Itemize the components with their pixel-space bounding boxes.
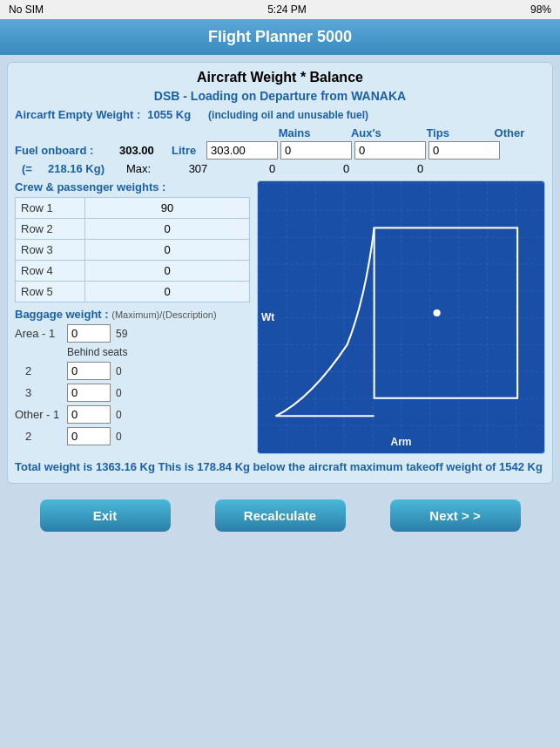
time-label: 5:24 PM <box>267 3 307 16</box>
baggage-other-max-1: 0 <box>116 409 122 421</box>
chart-wt-label: Wt <box>261 311 274 323</box>
table-row: Row 3 <box>16 240 250 261</box>
table-row: Row 4 <box>16 261 250 282</box>
fuel-header-mains: Mains <box>259 126 330 139</box>
baggage-other-row-1: Other - 1 0 <box>15 405 250 424</box>
baggage-other-label-2: 2 <box>15 430 67 443</box>
baggage-input-2[interactable] <box>67 362 111 380</box>
table-row: Row 5 <box>16 282 250 302</box>
row-value-4[interactable] <box>85 261 250 282</box>
fuel-value: 303.00 <box>119 144 172 157</box>
left-panel: Crew & passenger weights : Row 1 Row 2 R… <box>15 180 250 454</box>
fuel-header-auxs: Aux's <box>330 126 401 139</box>
row-label-4: Row 4 <box>16 261 85 282</box>
max-label: Max: <box>126 162 161 175</box>
app-title: Flight Planner 5000 <box>208 28 352 45</box>
status-bar: No SIM 5:24 PM 98% <box>0 0 560 19</box>
baggage-label-2: 2 <box>15 364 67 377</box>
lower-section: Crew & passenger weights : Row 1 Row 2 R… <box>15 180 545 454</box>
max-val-mains: 307 <box>161 162 235 175</box>
empty-weight-value: 1055 Kg <box>147 108 191 121</box>
departure-title: DSB - Loading on Departure from WANAKA <box>15 89 545 103</box>
fuel-header-tips: Tips <box>402 126 474 139</box>
baggage-other-label-1: Other - 1 <box>15 408 67 421</box>
empty-weight-row: Aircarft Empty Weight : 1055 Kg (includi… <box>15 108 545 121</box>
fuel-input-tips[interactable] <box>354 141 426 160</box>
fuel-inputs <box>206 141 503 160</box>
baggage-extra-desc-1: Behind seats <box>67 346 127 358</box>
kg-val: 218.16 Kg) <box>48 162 126 175</box>
baggage-other-max-2: 0 <box>116 431 122 443</box>
row-value-5[interactable] <box>85 282 250 302</box>
eq-label: (= <box>22 162 48 175</box>
max-val-other: 0 <box>383 162 457 175</box>
crew-table: Row 1 Row 2 Row 3 Row 4 Row 5 <box>15 197 250 302</box>
baggage-desc-row-1: Behind seats <box>67 346 250 358</box>
baggage-max-1: 59 <box>116 328 127 340</box>
fuel-input-auxs[interactable] <box>280 141 352 160</box>
fuel-input-other[interactable] <box>428 141 500 160</box>
baggage-other-row-2: 2 0 <box>15 427 250 445</box>
fuel-unit: Litre <box>172 144 206 157</box>
baggage-title-label: Baggage weight : <box>15 308 109 321</box>
table-row: Row 2 <box>16 219 250 240</box>
recalculate-button[interactable]: Recalculate <box>215 499 346 532</box>
baggage-row-1: Area - 1 59 <box>15 324 250 343</box>
row-value-1[interactable] <box>85 198 250 219</box>
baggage-input-3[interactable] <box>67 384 111 402</box>
baggage-row-2: 2 0 <box>15 362 250 380</box>
carrier-label: No SIM <box>9 3 44 16</box>
fuel-max-row: (= 218.16 Kg) Max: 307 0 0 0 <box>15 162 545 175</box>
table-row: Row 1 <box>16 198 250 219</box>
empty-weight-note: (including oil and unusable fuel) <box>208 109 368 121</box>
baggage-subtitle: (Maximum)/(Description) <box>111 309 216 320</box>
main-content: Aircraft Weight * Balance DSB - Loading … <box>7 62 553 484</box>
fuel-input-mains[interactable] <box>206 141 278 160</box>
fuel-headers: Mains Aux's Tips Other <box>259 126 545 139</box>
baggage-label-1: Area - 1 <box>15 327 67 340</box>
baggage-other-input-1[interactable] <box>67 405 111 424</box>
section-title: Aircraft Weight * Balance <box>15 70 545 85</box>
svg-rect-1 <box>258 183 544 452</box>
exit-button[interactable]: Exit <box>40 499 171 532</box>
max-values: 307 0 0 0 <box>161 162 457 175</box>
app-header: Flight Planner 5000 <box>0 19 560 55</box>
next-button[interactable]: Next > > <box>390 499 521 532</box>
fuel-onboard-row: Fuel onboard : 303.00 Litre <box>15 141 545 160</box>
chart-arm-label: Arm <box>390 436 411 448</box>
footer: Exit Recalculate Next > > <box>0 491 560 540</box>
row-value-2[interactable] <box>85 219 250 240</box>
row-label-3: Row 3 <box>16 240 85 261</box>
baggage-title: Baggage weight : (Maximum)/(Description) <box>15 308 250 321</box>
row-label-2: Row 2 <box>16 219 85 240</box>
battery-label: 98% <box>530 3 551 16</box>
fuel-label: Fuel onboard : <box>15 144 119 157</box>
baggage-max-2: 0 <box>116 365 122 377</box>
empty-weight-label: Aircarft Empty Weight : <box>15 108 140 121</box>
row-label-5: Row 5 <box>16 282 85 302</box>
fuel-header-other: Other <box>474 126 545 139</box>
max-val-tips: 0 <box>309 162 383 175</box>
chart-area: Wt Arm <box>257 180 545 454</box>
row-value-3[interactable] <box>85 240 250 261</box>
chart-svg <box>258 181 544 453</box>
baggage-max-3: 0 <box>116 387 122 399</box>
crew-title: Crew & passenger weights : <box>15 180 250 194</box>
baggage-input-1[interactable] <box>67 324 111 343</box>
svg-point-4 <box>434 309 441 316</box>
max-val-auxs: 0 <box>235 162 309 175</box>
baggage-row-3: 3 0 <box>15 384 250 402</box>
baggage-other-input-2[interactable] <box>67 427 111 445</box>
total-weight-info: Total weight is 1363.16 Kg This is 178.8… <box>15 459 545 475</box>
baggage-label-3: 3 <box>15 386 67 399</box>
row-label-1: Row 1 <box>16 198 85 219</box>
